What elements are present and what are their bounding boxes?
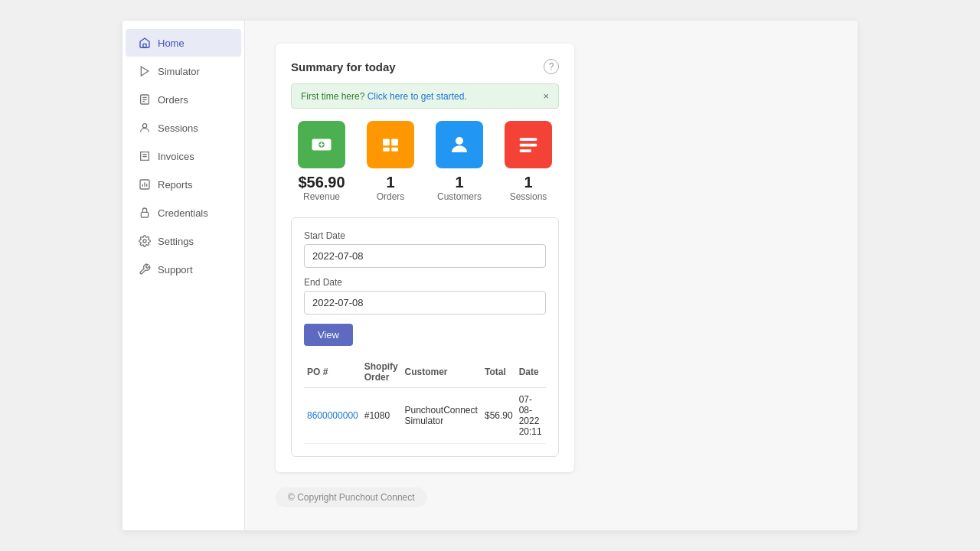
- simulator-icon: [138, 64, 152, 78]
- stats-row: $56.90 Revenue 1 Orders 1: [291, 121, 559, 202]
- revenue-value: $56.90: [298, 173, 345, 191]
- sidebar-item-sessions[interactable]: Sessions: [126, 114, 241, 142]
- po-link[interactable]: 8600000000: [307, 410, 358, 421]
- sidebar-item-simulator[interactable]: Simulator: [126, 57, 241, 85]
- end-date-group: End Date: [304, 277, 546, 315]
- table-header-row: PO # Shopify Order Customer Total Date: [304, 357, 546, 388]
- filter-section: Start Date End Date View PO # Shopify Or…: [291, 217, 559, 457]
- sessions-icon: [138, 121, 152, 135]
- orders-icon-box: [367, 121, 414, 168]
- svg-point-6: [142, 124, 146, 128]
- sidebar-item-label: Sessions: [158, 122, 198, 134]
- sidebar-item-invoices[interactable]: Invoices: [126, 142, 241, 170]
- sidebar-item-label: Reports: [158, 179, 193, 191]
- svg-rect-23: [520, 144, 537, 147]
- svg-marker-1: [141, 67, 148, 76]
- sidebar-item-label: Support: [158, 264, 193, 276]
- sessions-icon-box: [505, 121, 552, 168]
- svg-point-21: [456, 137, 463, 145]
- svg-rect-19: [383, 148, 390, 152]
- svg-rect-18: [391, 139, 398, 146]
- cell-date: 07-08-2022 20:11: [516, 388, 546, 444]
- invoices-icon: [138, 149, 152, 163]
- end-date-input[interactable]: [304, 291, 546, 315]
- orders-table: PO # Shopify Order Customer Total Date 8…: [304, 357, 546, 444]
- footer-text: © Copyright Punchout Connect: [288, 492, 415, 503]
- sessions-label: Sessions: [510, 191, 547, 202]
- table-row: 8600000000 #1080 PunchoutConnect Simulat…: [304, 388, 546, 444]
- panel-title: Summary for today: [291, 60, 396, 73]
- start-date-input[interactable]: [304, 244, 546, 268]
- col-po: PO #: [304, 357, 361, 388]
- view-button[interactable]: View: [304, 324, 353, 346]
- panel-header: Summary for today ?: [291, 59, 559, 74]
- stat-card-customers: 1 Customers: [429, 121, 490, 202]
- banner-close-button[interactable]: ×: [543, 90, 549, 102]
- credentials-icon: [138, 206, 152, 220]
- cell-po: 8600000000: [304, 388, 361, 444]
- sidebar-item-home[interactable]: Home: [126, 29, 241, 57]
- banner-link[interactable]: Click here to get started.: [368, 91, 467, 102]
- sidebar-item-credentials[interactable]: Credentials: [126, 199, 241, 227]
- col-shopify-order: Shopify Order: [361, 357, 402, 388]
- sidebar-item-reports[interactable]: Reports: [126, 171, 241, 198]
- sidebar-item-settings[interactable]: Settings: [126, 227, 241, 255]
- footer: © Copyright Punchout Connect: [276, 487, 427, 507]
- revenue-icon-box: [298, 121, 345, 168]
- svg-rect-13: [141, 212, 148, 217]
- cell-customer: PunchoutConnect Simulator: [401, 388, 481, 444]
- banner: First time here? Click here to get start…: [291, 83, 559, 109]
- cell-shopify-order: #1080: [361, 388, 402, 444]
- stat-card-orders: 1 Orders: [360, 121, 421, 202]
- sidebar: Home Simulator Orders Sessions: [122, 21, 245, 530]
- customers-icon-box: [436, 121, 483, 168]
- customers-value: 1: [455, 173, 463, 191]
- sidebar-item-label: Credentials: [158, 207, 208, 219]
- sidebar-item-support[interactable]: Support: [126, 256, 241, 283]
- revenue-label: Revenue: [303, 191, 340, 202]
- settings-icon: [138, 234, 152, 248]
- main-panel: Summary for today ? First time here? Cli…: [276, 44, 574, 472]
- cell-total: $56.90: [482, 388, 516, 444]
- svg-rect-24: [520, 149, 531, 152]
- orders-icon: [138, 93, 152, 106]
- svg-rect-17: [383, 139, 390, 146]
- svg-rect-0: [143, 44, 146, 47]
- sessions-value: 1: [524, 173, 532, 191]
- sidebar-item-label: Home: [158, 37, 185, 49]
- sidebar-item-orders[interactable]: Orders: [126, 86, 241, 113]
- main-content: Summary for today ? First time here? Cli…: [245, 21, 858, 530]
- stat-card-revenue: $56.90 Revenue: [291, 121, 352, 202]
- help-button[interactable]: ?: [544, 59, 559, 74]
- col-date: Date: [516, 357, 546, 388]
- sidebar-item-label: Invoices: [158, 151, 194, 162]
- home-icon: [138, 36, 152, 50]
- support-icon: [138, 262, 152, 276]
- customers-label: Customers: [437, 191, 482, 202]
- sidebar-item-label: Simulator: [158, 66, 200, 77]
- stat-card-sessions: 1 Sessions: [498, 121, 559, 202]
- sidebar-item-label: Orders: [158, 94, 188, 106]
- col-total: Total: [482, 357, 516, 388]
- col-customer: Customer: [401, 357, 481, 388]
- svg-rect-22: [520, 138, 537, 141]
- start-date-group: Start Date: [304, 230, 546, 268]
- svg-point-14: [143, 240, 146, 243]
- orders-label: Orders: [377, 191, 405, 202]
- app-container: Home Simulator Orders Sessions: [122, 21, 858, 530]
- start-date-label: Start Date: [304, 230, 546, 241]
- banner-text: First time here? Click here to get start…: [301, 91, 467, 102]
- orders-value: 1: [386, 173, 394, 191]
- sidebar-item-label: Settings: [158, 236, 194, 247]
- end-date-label: End Date: [304, 277, 546, 288]
- reports-icon: [138, 178, 152, 191]
- svg-rect-20: [391, 148, 398, 152]
